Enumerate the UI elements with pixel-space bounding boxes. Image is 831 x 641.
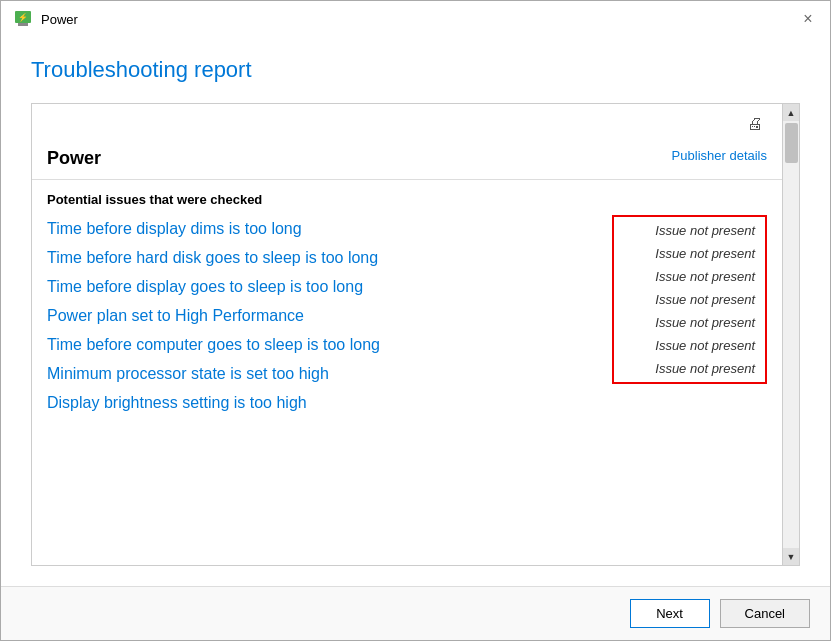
footer: Next Cancel <box>1 586 830 640</box>
print-row: 🖨 <box>32 104 782 140</box>
scrollbar[interactable]: ▲ ▼ <box>782 104 799 565</box>
issue-status: Issue not present <box>624 311 755 334</box>
issue-name[interactable]: Time before display dims is too long <box>47 215 602 243</box>
report-main: 🖨 Power Publisher details Potential issu… <box>32 104 782 565</box>
issue-status-col: Issue not presentIssue not presentIssue … <box>612 215 767 384</box>
svg-text:⚡: ⚡ <box>18 12 28 22</box>
issue-status: Issue not present <box>624 357 755 380</box>
titlebar-left: ⚡ Power <box>13 9 78 29</box>
issue-name[interactable]: Minimum processor state is set too high <box>47 360 602 388</box>
issue-name[interactable]: Time before display goes to sleep is too… <box>47 273 602 301</box>
issue-status: Issue not present <box>624 334 755 357</box>
close-button[interactable]: × <box>798 9 818 29</box>
print-icon[interactable]: 🖨 <box>743 112 767 136</box>
next-button[interactable]: Next <box>630 599 710 628</box>
scroll-up-arrow[interactable]: ▲ <box>783 104 800 121</box>
report-top-row: Power Publisher details <box>32 140 782 180</box>
issue-status: Issue not present <box>624 288 755 311</box>
cancel-button[interactable]: Cancel <box>720 599 810 628</box>
titlebar: ⚡ Power × <box>1 1 830 37</box>
issue-status: Issue not present <box>624 265 755 288</box>
issue-name[interactable]: Time before computer goes to sleep is to… <box>47 331 602 359</box>
issue-name[interactable]: Display brightness setting is too high <box>47 389 602 417</box>
issue-name[interactable]: Time before hard disk goes to sleep is t… <box>47 244 602 272</box>
page-content: Troubleshooting report 🖨 Power Publisher… <box>1 37 830 586</box>
report-section-title: Power <box>47 148 101 169</box>
issues-header: Potential issues that were checked <box>32 180 782 215</box>
scroll-down-arrow[interactable]: ▼ <box>783 548 800 565</box>
issue-status: Issue not present <box>624 242 755 265</box>
issue-name[interactable]: Power plan set to High Performance <box>47 302 602 330</box>
issues-table: Time before display dims is too longTime… <box>32 215 782 417</box>
power-icon: ⚡ <box>13 9 33 29</box>
page-title: Troubleshooting report <box>31 57 800 83</box>
scroll-thumb[interactable] <box>785 123 798 163</box>
svg-rect-1 <box>18 23 28 26</box>
main-window: ⚡ Power × Troubleshooting report 🖨 Power… <box>0 0 831 641</box>
issue-names-col: Time before display dims is too longTime… <box>47 215 602 417</box>
publisher-details-link[interactable]: Publisher details <box>672 148 767 163</box>
report-container: 🖨 Power Publisher details Potential issu… <box>31 103 800 566</box>
issue-status: Issue not present <box>624 219 755 242</box>
window-title: Power <box>41 12 78 27</box>
